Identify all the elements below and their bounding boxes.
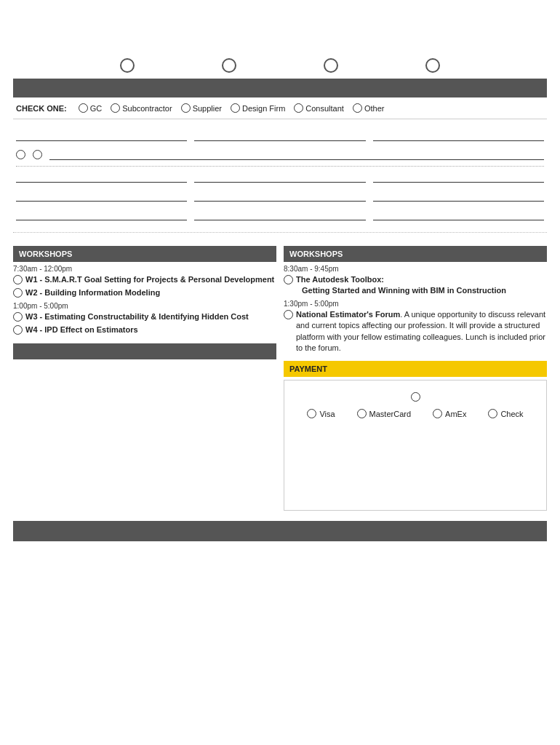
radio-gc-circle[interactable]	[79, 103, 88, 113]
form-field-radio-text	[49, 148, 544, 160]
form-field-1a	[16, 130, 187, 141]
form-field-1b	[194, 130, 365, 141]
workshop-w2-radio[interactable]	[13, 288, 23, 298]
payment-visa[interactable]: Visa	[307, 409, 335, 418]
radio-other[interactable]: Other	[353, 103, 385, 113]
workshop-w3-radio[interactable]	[13, 312, 23, 322]
workshop-w4: W4 - IPD Effect on Estimators	[13, 324, 276, 335]
radio-design-firm-circle[interactable]	[231, 103, 240, 113]
radio-supplier-circle[interactable]	[181, 103, 191, 113]
workshop-w1-text: W1 - S.M.A.R.T Goal Setting for Projects…	[25, 274, 274, 285]
input-field-2a[interactable]	[16, 171, 187, 183]
left-workshop-header: WORKSHOPS	[13, 246, 276, 262]
footer-bar	[13, 521, 547, 541]
input-field-4a[interactable]	[16, 209, 187, 220]
top-header-bar	[13, 79, 547, 97]
radio-subcontractor-circle[interactable]	[111, 103, 120, 113]
left-morning-time: 7:30am - 12:00pm	[13, 265, 276, 273]
radio-design-firm-label: Design Firm	[242, 104, 285, 113]
form-field-1c	[373, 130, 544, 141]
workshop-w4-radio[interactable]	[13, 325, 23, 335]
right-workshop-header: WORKSHOPS	[284, 246, 547, 262]
input-field-1b[interactable]	[194, 130, 365, 141]
input-field-3c[interactable]	[373, 190, 544, 202]
form-row-1	[16, 130, 544, 141]
form-field-4a	[16, 209, 187, 220]
form-field-2a	[16, 171, 187, 183]
form-field-3b	[194, 190, 365, 202]
step-circle-1	[120, 58, 135, 73]
step-circle-3	[324, 58, 338, 73]
form-field-3c	[373, 190, 544, 202]
input-field-2b[interactable]	[194, 171, 365, 183]
form-section	[13, 119, 547, 233]
form-field-2b	[194, 171, 365, 183]
radio-design-firm[interactable]: Design Firm	[231, 103, 285, 113]
right-workshop-autodesk-radio[interactable]	[284, 275, 293, 284]
radio-gc[interactable]: GC	[79, 103, 103, 113]
input-field-3b[interactable]	[194, 190, 365, 202]
input-field-3a[interactable]	[16, 190, 187, 202]
payment-section: PAYMENT Visa Mast	[284, 361, 547, 511]
check-one-label: CHECK ONE:	[16, 104, 67, 113]
payment-check-label: Check	[500, 410, 523, 418]
radio-subcontractor-label: Subcontractor	[122, 104, 172, 113]
input-field-1c[interactable]	[373, 130, 544, 141]
radio-other-label: Other	[364, 104, 385, 113]
right-workshop-autodesk-text: The Autodesk Toolbox: Getting Started an…	[296, 274, 506, 297]
radio-consultant-circle[interactable]	[294, 103, 303, 113]
payment-amex-label: AmEx	[445, 410, 466, 418]
input-field-4b[interactable]	[194, 209, 365, 220]
col-left: WORKSHOPS 7:30am - 12:00pm W1 - S.M.A.R.…	[13, 246, 276, 511]
workshop-w1: W1 - S.M.A.R.T Goal Setting for Projects…	[13, 274, 276, 285]
stepper-row	[13, 58, 547, 73]
payment-header-bar: PAYMENT	[284, 361, 547, 377]
payment-mastercard-radio[interactable]	[357, 409, 367, 418]
form-row-2	[16, 171, 544, 183]
radio-gc-label: GC	[90, 104, 103, 113]
right-workshop-section: WORKSHOPS 8:30am - 9:45pm The Autodesk T…	[284, 246, 547, 354]
form-field-4b	[194, 209, 365, 220]
payment-mastercard-label: MasterCard	[369, 410, 411, 418]
radio-supplier-label: Supplier	[193, 104, 222, 113]
payment-visa-radio[interactable]	[307, 409, 316, 418]
form-field-3a	[16, 190, 187, 202]
workshop-w3-text: W3 - Estimating Constructability & Ident…	[25, 311, 249, 322]
input-field-2c[interactable]	[373, 171, 544, 183]
form-row-4	[16, 209, 544, 220]
radio-consultant[interactable]: Consultant	[294, 103, 344, 113]
right-workshop-forum-text: National Estimator's Forum. A unique opp…	[296, 309, 547, 354]
input-field-1a[interactable]	[16, 130, 187, 141]
payment-check[interactable]: Check	[488, 409, 523, 418]
form-radio-1[interactable]	[16, 150, 25, 159]
left-bottom-content	[13, 362, 276, 450]
input-field-4c[interactable]	[373, 209, 544, 220]
left-workshop-section: WORKSHOPS 7:30am - 12:00pm W1 - S.M.A.R.…	[13, 246, 276, 336]
payment-mastercard[interactable]: MasterCard	[357, 409, 411, 418]
right-afternoon-time: 1:30pm - 5:00pm	[284, 300, 547, 308]
workshop-w1-radio[interactable]	[13, 275, 23, 284]
payment-amex-radio[interactable]	[433, 409, 442, 418]
form-field-2c	[373, 171, 544, 183]
workshop-w2-text: W2 - Building Information Modeling	[25, 287, 160, 298]
payment-amex[interactable]: AmEx	[433, 409, 466, 418]
workshop-w3: W3 - Estimating Constructability & Ident…	[13, 311, 276, 322]
form-row-3	[16, 190, 544, 202]
workshop-w2: W2 - Building Information Modeling	[13, 287, 276, 298]
payment-check-radio[interactable]	[488, 409, 497, 418]
radio-other-circle[interactable]	[353, 103, 362, 113]
form-field-4c	[373, 209, 544, 220]
radio-supplier[interactable]: Supplier	[181, 103, 222, 113]
page: CHECK ONE: GC Subcontractor Supplier Des…	[0, 0, 560, 549]
form-radio-2[interactable]	[33, 150, 42, 159]
payment-visa-label: Visa	[319, 410, 335, 418]
col-right: WORKSHOPS 8:30am - 9:45pm The Autodesk T…	[284, 246, 547, 511]
right-workshop-forum-radio[interactable]	[284, 310, 293, 319]
input-radio-text[interactable]	[49, 148, 544, 160]
two-col-workshops: WORKSHOPS 7:30am - 12:00pm W1 - S.M.A.R.…	[13, 246, 547, 511]
payment-radio-center[interactable]	[411, 392, 420, 402]
payment-area: Visa MasterCard AmEx Check	[284, 380, 547, 511]
radio-subcontractor[interactable]: Subcontractor	[111, 103, 172, 113]
check-one-row: CHECK ONE: GC Subcontractor Supplier Des…	[13, 97, 547, 119]
left-bottom-header	[13, 343, 276, 359]
